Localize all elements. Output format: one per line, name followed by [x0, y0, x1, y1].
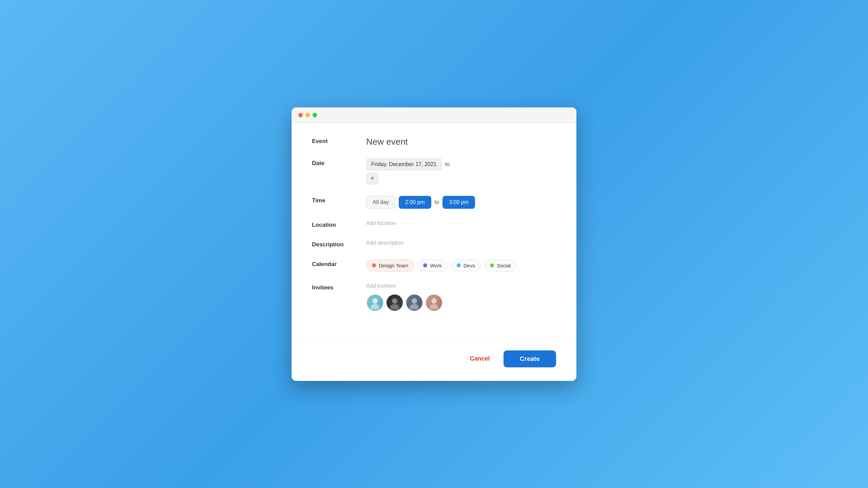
- work-dot: [423, 263, 427, 267]
- event-title: New event: [366, 137, 408, 147]
- devs-label: Devs: [463, 263, 475, 268]
- avatars-row: [366, 294, 556, 311]
- calendar-design-team[interactable]: Design Team: [366, 260, 414, 271]
- maximize-button[interactable]: [313, 113, 317, 117]
- date-start-button[interactable]: Friday, December 17, 2021: [366, 159, 442, 170]
- date-label: Date: [312, 159, 366, 167]
- date-to-label: to: [445, 161, 450, 167]
- location-placeholder: Add location: [366, 220, 396, 226]
- invitee-avatar-3[interactable]: [406, 294, 423, 311]
- add-date-button[interactable]: +: [366, 173, 378, 184]
- svg-point-4: [412, 298, 417, 304]
- svg-point-5: [410, 304, 419, 309]
- create-button[interactable]: Create: [504, 350, 556, 367]
- invitee-avatar-1[interactable]: [366, 294, 384, 311]
- svg-point-1: [371, 304, 379, 309]
- location-row: Location Add location: [312, 220, 556, 228]
- time-start-button[interactable]: 2:00 pm: [399, 196, 431, 209]
- calendar-social[interactable]: Social: [484, 260, 516, 271]
- svg-point-7: [430, 304, 438, 309]
- date-value: Friday, December 17, 2021 to +: [366, 159, 556, 184]
- svg-point-2: [392, 298, 397, 304]
- invitees-value: Add invitees: [366, 283, 556, 311]
- description-row: Description Add description: [312, 240, 556, 248]
- social-label: Social: [497, 263, 511, 268]
- invitees-label: Invitees: [312, 283, 366, 291]
- devs-dot: [457, 263, 461, 267]
- description-label: Description: [312, 240, 366, 248]
- time-picker-row: All day 2:00 pm to 3:00 pm: [366, 196, 556, 209]
- cancel-button[interactable]: Cancel: [465, 352, 495, 366]
- svg-point-6: [431, 298, 437, 304]
- time-to-label: to: [435, 199, 439, 205]
- calendar-label: Calendar: [312, 260, 366, 268]
- svg-point-3: [390, 304, 399, 309]
- form-content: Event New event Date Friday, December 17…: [292, 123, 576, 340]
- invitees-placeholder[interactable]: Add invitees: [366, 283, 556, 289]
- calendar-devs[interactable]: Devs: [451, 260, 481, 271]
- event-value: New event: [366, 137, 556, 147]
- social-dot: [490, 263, 494, 267]
- titlebar: [292, 107, 576, 123]
- location-value[interactable]: Add location: [366, 220, 556, 226]
- description-placeholder: Add description: [366, 240, 403, 246]
- invitees-row: Invitees Add invitees: [312, 283, 556, 311]
- invitee-avatar-2[interactable]: [386, 294, 403, 311]
- time-label: Time: [312, 196, 366, 204]
- time-end-button[interactable]: 3:00 pm: [442, 196, 475, 209]
- event-row: Event New event: [312, 137, 556, 147]
- work-label: Work: [430, 263, 442, 268]
- date-picker-row: Friday, December 17, 2021 to: [366, 159, 556, 170]
- svg-point-0: [372, 298, 378, 304]
- calendar-row: Calendar Design Team Work Devs: [312, 260, 556, 271]
- footer-divider: [292, 340, 576, 340]
- location-label: Location: [312, 220, 366, 228]
- all-day-button[interactable]: All day: [366, 196, 395, 209]
- description-value[interactable]: Add description: [366, 240, 556, 246]
- calendar-work[interactable]: Work: [417, 260, 448, 271]
- footer: Cancel Create: [292, 344, 576, 381]
- calendar-value: Design Team Work Devs Social: [366, 260, 556, 271]
- close-button[interactable]: [298, 113, 303, 117]
- design-team-dot: [372, 263, 376, 267]
- invitee-avatar-4[interactable]: [425, 294, 443, 311]
- time-row: Time All day 2:00 pm to 3:00 pm: [312, 196, 556, 209]
- time-value: All day 2:00 pm to 3:00 pm: [366, 196, 556, 209]
- design-team-label: Design Team: [379, 263, 408, 268]
- minimize-button[interactable]: [305, 113, 310, 117]
- calendar-chips: Design Team Work Devs Social: [366, 260, 556, 271]
- date-row: Date Friday, December 17, 2021 to +: [312, 159, 556, 184]
- event-dialog: Event New event Date Friday, December 17…: [292, 107, 576, 381]
- event-label: Event: [312, 137, 366, 145]
